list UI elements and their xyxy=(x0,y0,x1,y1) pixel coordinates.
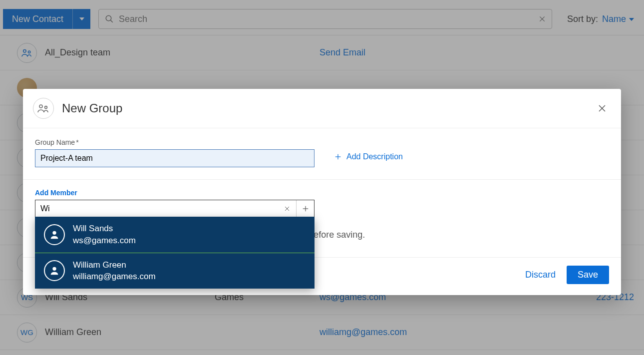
clear-member-input-button[interactable] xyxy=(278,200,296,217)
suggestion-item[interactable]: William Green williamg@games.com xyxy=(35,253,315,289)
group-name-input[interactable] xyxy=(35,149,315,167)
modal-header: New Group xyxy=(23,89,621,128)
suggestion-email: williamg@games.com xyxy=(73,271,156,283)
modal-title: New Group xyxy=(62,101,595,115)
suggestion-item[interactable]: Will Sands ws@games.com xyxy=(35,217,315,253)
add-description-label: Add Description xyxy=(346,152,403,161)
suggestion-name: William Green xyxy=(73,259,156,271)
person-icon xyxy=(44,260,65,281)
modal-body: Group Name* Add Description Add Member xyxy=(23,128,621,252)
member-suggestion-dropdown: Will Sands ws@games.com William Green wi… xyxy=(35,217,315,289)
add-description-button[interactable]: Add Description xyxy=(334,152,609,161)
save-button[interactable]: Save xyxy=(567,266,609,284)
add-member-input[interactable] xyxy=(40,204,278,213)
add-member-plus-button[interactable] xyxy=(296,200,314,217)
new-group-modal: New Group Group Name* Add Description Ad… xyxy=(23,89,621,295)
suggestion-email: ws@games.com xyxy=(73,235,136,247)
suggestion-name: Will Sands xyxy=(73,223,136,235)
required-indicator: * xyxy=(76,138,78,146)
plus-icon xyxy=(334,153,341,160)
group-icon xyxy=(33,98,54,119)
svg-point-16 xyxy=(52,231,56,234)
add-member-field[interactable] xyxy=(35,200,315,218)
svg-point-6 xyxy=(39,105,42,108)
add-member-label: Add Member xyxy=(35,189,609,197)
close-button[interactable] xyxy=(595,101,609,115)
svg-point-17 xyxy=(52,267,56,271)
discard-button[interactable]: Discard xyxy=(525,270,556,280)
svg-point-7 xyxy=(45,106,47,109)
person-icon xyxy=(44,224,65,245)
group-name-label: Group Name* xyxy=(35,138,315,146)
